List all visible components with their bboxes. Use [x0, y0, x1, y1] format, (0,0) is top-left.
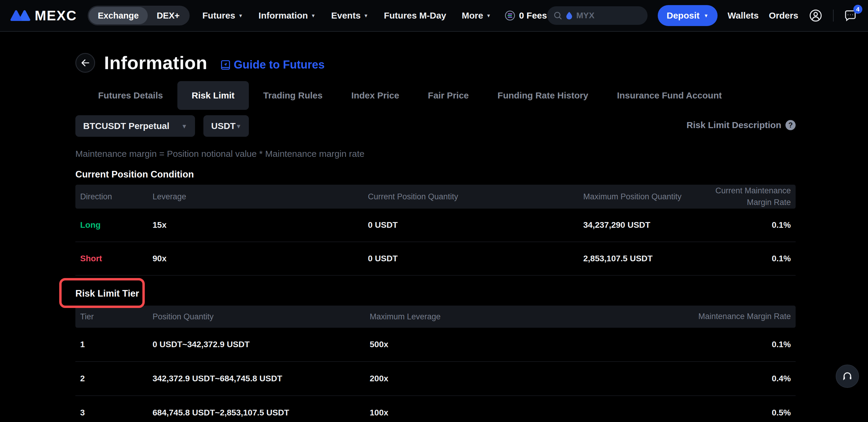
chevron-down-icon: ▼ — [238, 13, 243, 18]
search-input[interactable] — [577, 11, 627, 20]
tab-funding-rate-history[interactable]: Funding Rate History — [483, 81, 602, 110]
max-leverage-value: 500x — [370, 340, 599, 349]
menu-futures[interactable]: Futures ▼ — [202, 10, 243, 21]
current-position-table: Direction Leverage Current Position Quan… — [75, 185, 796, 276]
col-direction: Direction — [80, 192, 153, 202]
chevron-down-icon: ▼ — [704, 13, 709, 18]
help-icon[interactable]: ? — [785, 120, 796, 130]
max-qty-value: 2,853,107.5 USDT — [583, 254, 703, 263]
direction-value: Short — [80, 254, 153, 263]
chevron-down-icon: ▼ — [236, 123, 242, 129]
quantity-range-value: 342,372.9 USDT~684,745.8 USDT — [153, 374, 370, 383]
guide-book-icon — [220, 59, 231, 71]
quantity-range-value: 684,745.8 USDT~2,853,107.5 USDT — [153, 408, 370, 418]
guide-to-futures-link[interactable]: Guide to Futures — [220, 58, 324, 71]
tier-value: 1 — [80, 340, 153, 349]
zero-fees-badge[interactable]: 0 Fees — [504, 10, 547, 21]
table-row: Long 15x 0 USDT 34,237,290 USDT 0.1% — [75, 209, 796, 242]
search-icon — [554, 11, 562, 20]
leverage-value: 90x — [153, 254, 368, 263]
table-row: 1 0 USDT~342,372.9 USDT 500x 0.1% — [75, 328, 796, 362]
risk-limit-tier-heading: Risk Limit Tier — [75, 288, 868, 299]
notification-badge: 4 — [854, 5, 862, 14]
direction-value: Long — [80, 220, 153, 230]
tab-index-price[interactable]: Index Price — [337, 81, 413, 110]
current-qty-value: 0 USDT — [368, 220, 583, 230]
tier-value: 2 — [80, 374, 153, 383]
table-row: Short 90x 0 USDT 2,853,107.5 USDT 0.1% — [75, 242, 796, 276]
margin-rate-value: 0.5% — [599, 408, 791, 418]
user-profile-icon[interactable] — [808, 8, 823, 23]
chevron-down-icon: ▼ — [486, 13, 491, 18]
leverage-value: 15x — [153, 220, 368, 230]
col-leverage: Leverage — [153, 192, 368, 202]
table-header: Direction Leverage Current Position Quan… — [75, 185, 796, 209]
contract-select[interactable]: BTCUSDT Perpetual ▼ — [75, 115, 195, 137]
nav-menus: Futures ▼ Information ▼ Events ▼ Futures… — [202, 10, 491, 21]
coin-icon — [504, 10, 515, 21]
tab-risk-limit[interactable]: Risk Limit — [177, 81, 249, 110]
maintenance-margin-formula: Maintenance margin = Position notional v… — [75, 149, 868, 159]
information-page: Information Guide to Futures Futures Det… — [0, 52, 868, 422]
max-leverage-value: 100x — [370, 408, 599, 418]
max-leverage-value: 200x — [370, 374, 599, 383]
col-position-quantity: Position Quantity — [153, 312, 370, 322]
col-current-position-quantity: Current Position Quantity — [368, 192, 583, 202]
current-position-condition-heading: Current Position Condition — [75, 169, 868, 180]
margin-coin-select[interactable]: USDT ▼ — [204, 115, 249, 137]
brand-name: MEXC — [35, 7, 77, 24]
menu-more[interactable]: More ▼ — [462, 10, 491, 21]
col-current-maintenance-margin-rate: Current Maintenance Margin Rate — [703, 185, 791, 208]
messages-icon[interactable]: 4 — [844, 9, 857, 22]
toggle-exchange[interactable]: Exchange — [89, 7, 148, 24]
mexc-logo-icon — [10, 9, 31, 22]
title-row: Information Guide to Futures — [75, 52, 868, 73]
tab-fair-price[interactable]: Fair Price — [414, 81, 483, 110]
search-bar[interactable] — [547, 6, 648, 25]
table-header: Tier Position Quantity Maximum Leverage … — [75, 306, 796, 328]
current-qty-value: 0 USDT — [368, 254, 583, 263]
menu-futures-m-day[interactable]: Futures M-Day — [384, 10, 446, 21]
arrow-left-icon — [80, 57, 91, 68]
margin-rate-value: 0.1% — [599, 340, 791, 349]
mexc-logo[interactable]: MEXC — [10, 7, 77, 24]
nav-divider — [833, 9, 834, 22]
quantity-range-value: 0 USDT~342,372.9 USDT — [153, 340, 370, 349]
max-qty-value: 34,237,290 USDT — [583, 220, 703, 230]
tab-trading-rules[interactable]: Trading Rules — [249, 81, 337, 110]
flame-icon — [566, 11, 573, 20]
risk-limit-tier-heading-wrap: Risk Limit Tier — [75, 288, 868, 299]
maint-rate-value: 0.1% — [703, 254, 791, 263]
orders-link[interactable]: Orders — [769, 10, 798, 21]
menu-information[interactable]: Information ▼ — [258, 10, 315, 21]
margin-rate-value: 0.4% — [599, 374, 791, 383]
menu-events[interactable]: Events ▼ — [331, 10, 368, 21]
headset-icon — [842, 370, 853, 382]
tier-value: 3 — [80, 408, 153, 418]
wallets-link[interactable]: Wallets — [728, 10, 759, 21]
toggle-dex[interactable]: DEX+ — [148, 7, 189, 24]
back-button[interactable] — [75, 53, 95, 73]
customer-support-button[interactable] — [836, 365, 859, 388]
col-tier: Tier — [80, 312, 153, 322]
deposit-button[interactable]: Deposit ▼ — [658, 5, 718, 26]
table-row: 2 342,372.9 USDT~684,745.8 USDT 200x 0.4… — [75, 362, 796, 396]
chevron-down-icon: ▼ — [181, 123, 187, 129]
tab-futures-details[interactable]: Futures Details — [84, 81, 177, 110]
chevron-down-icon: ▼ — [311, 13, 315, 18]
chevron-down-icon: ▼ — [364, 13, 369, 18]
tab-insurance-fund-account[interactable]: Insurance Fund Account — [603, 81, 736, 110]
maint-rate-value: 0.1% — [703, 220, 791, 230]
top-nav: MEXC Exchange DEX+ Futures ▼ Information… — [0, 0, 868, 32]
col-maximum-position-quantity: Maximum Position Quantity — [583, 192, 703, 202]
risk-limit-description: Risk Limit Description ? — [686, 120, 796, 130]
information-tabs: Futures Details Risk Limit Trading Rules… — [84, 81, 868, 110]
table-row: 3 684,745.8 USDT~2,853,107.5 USDT 100x 0… — [75, 396, 796, 422]
col-maximum-leverage: Maximum Leverage — [370, 312, 599, 322]
risk-limit-tier-table: Tier Position Quantity Maximum Leverage … — [75, 306, 796, 422]
exchange-dex-toggle: Exchange DEX+ — [88, 6, 190, 25]
page-title: Information — [104, 52, 207, 73]
nav-right: Deposit ▼ Wallets Orders 4 — [547, 5, 868, 26]
filter-controls: BTCUSDT Perpetual ▼ USDT ▼ Risk Limit De… — [75, 115, 796, 137]
col-maintenance-margin-rate: Maintenance Margin Rate — [599, 311, 791, 322]
